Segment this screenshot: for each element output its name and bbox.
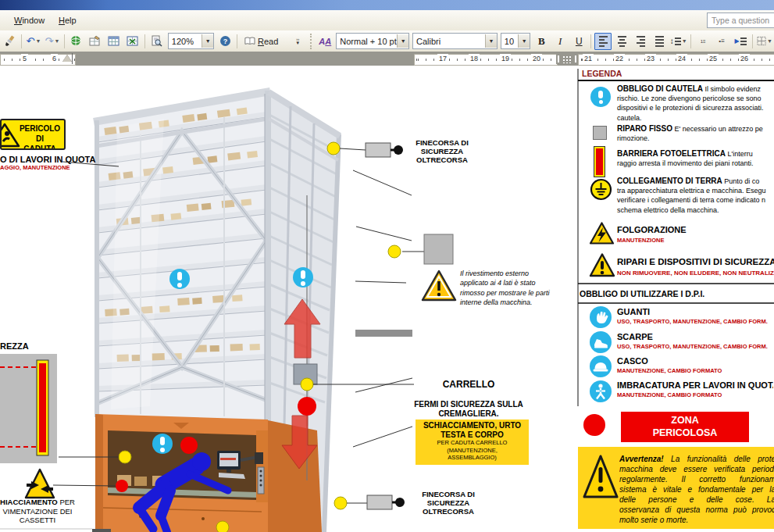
safety-shoes-icon <box>590 331 612 353</box>
helmet-icon <box>590 355 612 377</box>
margin-boundary <box>72 53 73 64</box>
ruler-number: 17 <box>437 54 448 63</box>
undo-button[interactable]: ↶▼ <box>25 33 42 50</box>
legend-item-terra: COLLEGAMENTO DI TERRA Punto di co tra ap… <box>617 177 774 215</box>
avvertenza-triangle-icon <box>583 454 619 499</box>
ruler-number: 25 <box>708 54 719 63</box>
borders-dropdown-arrow[interactable]: ▼ <box>767 38 772 44</box>
horizontal-ruler[interactable]: 5 6 17 18 19 20 21 22 23 24 25 26 <box>0 52 774 66</box>
cover-removed-note: Il rivestimento esternoapplicato ai 4 la… <box>460 269 577 307</box>
guard-panel-swatch <box>424 234 453 264</box>
align-right-button[interactable] <box>632 33 649 50</box>
indent-marker[interactable] <box>62 55 72 62</box>
harness-icon <box>590 380 612 402</box>
redo-dropdown-arrow[interactable]: ▼ <box>54 38 59 44</box>
caution-circle-icon <box>590 87 611 107</box>
redo-button[interactable]: ↷▼ <box>44 33 61 50</box>
toolbar: ↶▼ ↷▼ 120% ▼ ? Read ››▼ AA Normal + 10 p… <box>0 30 774 52</box>
read-button[interactable]: Read <box>241 33 282 50</box>
ruler-number: 18 <box>469 54 480 63</box>
line-spacing-dropdown-arrow[interactable]: ▼ <box>682 38 687 44</box>
toolbar-options-button[interactable]: ››▼ <box>289 33 306 50</box>
dpi-item-casco: CASCO MANUTENZIONE, CAMBIO FORMATO <box>617 356 722 374</box>
photocell-barrier-icon <box>594 147 605 177</box>
avvertenza-text: Avvertenza! La funzionalità delle prote … <box>619 454 774 525</box>
ruler-number: 19 <box>500 54 511 63</box>
styles-formatting-button[interactable]: AA <box>316 33 333 50</box>
align-center-button[interactable] <box>613 33 630 50</box>
font-size-dropdown-arrow[interactable]: ▼ <box>518 34 530 48</box>
dpi-section-title: OBBLIGO DI UTILIZZARE I D.P.I. <box>580 289 704 298</box>
ruler-number: 23 <box>645 54 656 63</box>
help-icon: ? <box>219 35 231 47</box>
svg-text:?: ? <box>223 37 227 45</box>
increase-indent-button[interactable]: ▶ <box>732 33 749 50</box>
underline-button[interactable]: U <box>570 33 587 50</box>
drawer-crush-label: HIACCIAMENTO PER VIMENTAZIONE DEI CASSET… <box>0 498 75 525</box>
danger-zone-dot-icon <box>583 414 605 436</box>
style-value: Normal + 10 pt, <box>340 37 397 46</box>
legend-item-ripari: RIPARI E DISPOSITIVI DI SICUREZZA NON RI… <box>617 257 774 277</box>
font-value: Calibri <box>416 37 441 46</box>
font-dropdown-arrow[interactable]: ▼ <box>485 34 497 48</box>
pericolo-sign-text: PERICOLODI CADUTA <box>19 123 61 150</box>
warning-triangle-icon <box>589 252 615 278</box>
zona-pericolosa-box: ZONAPERICOLOSA <box>621 412 749 442</box>
line-spacing-button[interactable]: ↕▼ <box>669 33 687 50</box>
crush-warning-triangle-icon <box>26 470 54 498</box>
pericolo-di-caduta-sign: PERICOLODI CADUTA <box>0 119 66 150</box>
hyperlink-button[interactable] <box>68 33 85 50</box>
barriera-label-cut: REZZA <box>0 341 29 351</box>
font-size-combobox[interactable]: 10 ▼ <box>501 33 530 49</box>
note-warning-triangle-icon <box>423 271 455 300</box>
document-zoom-button[interactable] <box>148 33 166 50</box>
gloves-icon <box>590 306 612 328</box>
lavori-in-quota-sublabel: AGGIO, MANUTENZIONE <box>0 165 70 171</box>
italic-button[interactable]: I <box>551 33 569 50</box>
table-column-marker[interactable] <box>556 54 578 64</box>
borders-button[interactable]: ▼ <box>756 33 773 50</box>
legend-title: LEGENDA <box>582 70 622 79</box>
justify-button[interactable] <box>651 33 668 50</box>
ruler-number: 6 <box>51 54 58 63</box>
fixed-guard-icon <box>593 126 607 140</box>
word-window: { "window": { "menu_items": [ {"u": "W",… <box>0 0 774 532</box>
title-bar <box>0 0 774 10</box>
finecorsa-bottom-label: FINECORSA DISICUREZZAOLTRECORSA <box>409 490 487 516</box>
menu-window[interactable]: Window <box>9 14 50 27</box>
legend-item-folgorazione: FOLGORAZIONE MANUTENZIONE <box>617 225 687 244</box>
align-left-button[interactable] <box>594 33 612 50</box>
bulleted-list-button[interactable]: •≡ <box>713 33 730 50</box>
read-book-icon <box>244 36 255 46</box>
undo-dropdown-arrow[interactable]: ▼ <box>35 38 41 44</box>
insert-excel-button[interactable] <box>124 33 141 50</box>
tables-borders-icon <box>89 35 101 47</box>
danger-spot <box>116 480 128 492</box>
bold-button[interactable]: B <box>533 33 550 50</box>
hyperlink-globe-icon <box>70 35 82 47</box>
style-combobox[interactable]: Normal + 10 pt, ▼ <box>336 33 409 49</box>
numbered-list-button[interactable]: 1≡ <box>694 33 712 50</box>
dpi-item-scarpe: SCARPE USO, TRASPORTO, MANUTENZIONE, CAM… <box>617 332 768 350</box>
insert-table-button[interactable] <box>105 33 123 50</box>
format-painter-icon <box>4 35 16 47</box>
zoom-dropdown-arrow[interactable]: ▼ <box>202 34 213 48</box>
ruler-number: 5 <box>21 54 28 63</box>
insert-excel-icon <box>127 35 138 47</box>
zoom-value: 120% <box>172 37 194 46</box>
electric-shock-triangle-icon <box>589 221 615 245</box>
format-painter-button[interactable] <box>1 33 18 50</box>
help-button[interactable]: ? <box>216 33 234 50</box>
menu-help[interactable]: Help <box>53 14 82 27</box>
font-combobox[interactable]: Calibri ▼ <box>412 33 498 49</box>
limit-switch-top <box>366 143 403 157</box>
gray-bar <box>355 330 412 337</box>
toolbar-drag-handle[interactable] <box>310 34 312 49</box>
ask-a-question-input[interactable]: Type a question <box>707 12 774 28</box>
zoom-combobox[interactable]: 120% ▼ <box>168 33 214 49</box>
legend-item-barriera: BARRIERA FOTOELETTRICA L'interru raggio … <box>617 149 774 168</box>
style-dropdown-arrow[interactable]: ▼ <box>397 34 408 48</box>
fermi-sicurezza-label: FERMI DI SICUREZZA SULLACREMAGLIERA. <box>406 400 531 418</box>
ruler-number: 21 <box>583 54 594 63</box>
tables-borders-button[interactable] <box>87 33 104 50</box>
